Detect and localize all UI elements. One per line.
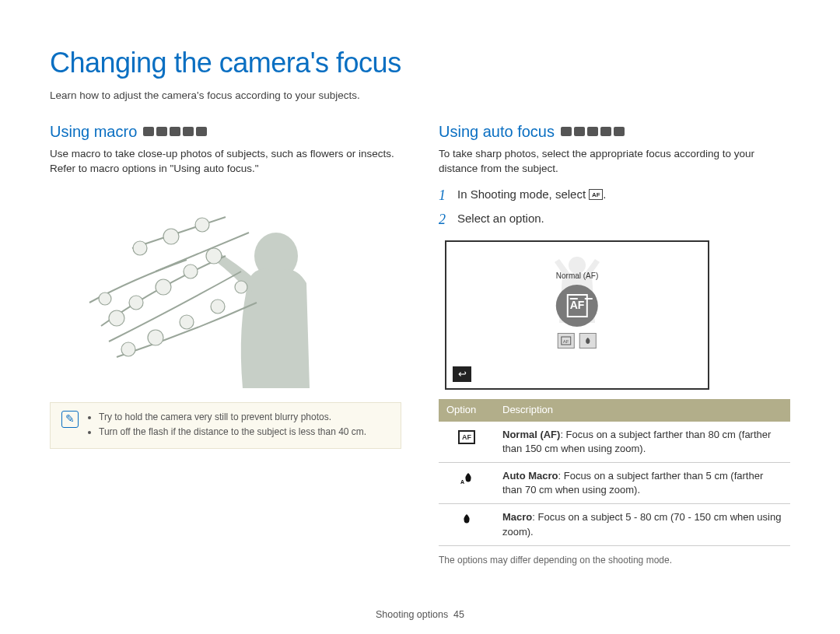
svg-point-11 (148, 330, 163, 345)
macro-mode-icons (143, 127, 207, 136)
content-columns: Using macro Use macro to take close-up p… (50, 121, 790, 566)
step-2: 2 Select an option. (439, 210, 790, 229)
footer-section: Shooting options (376, 609, 448, 620)
note-item: Try to hold the camera very still to pre… (99, 411, 366, 424)
mode-icon (183, 127, 194, 136)
page-footer: Shooting options 45 (0, 608, 840, 622)
mode-icon (196, 127, 207, 136)
camera-screen: Normal (AF) AF AF ↩ (445, 240, 709, 390)
mode-icon (614, 127, 625, 136)
af-selected-button[interactable]: AF (556, 285, 598, 327)
mode-icon (561, 127, 572, 136)
macro-illustration (62, 186, 389, 388)
option-auto-macro-button[interactable]: AF (558, 333, 575, 349)
option-name: Normal (AF) (502, 429, 560, 440)
steps-list: 1 In Shooting mode, select AF. 2 Select … (439, 186, 790, 229)
table-row: Macro: Focus on a subject 5 - 80 cm (70 … (439, 504, 790, 545)
step-1: 1 In Shooting mode, select AF. (439, 186, 790, 205)
af-icon: AF (567, 294, 588, 317)
table-row: AF Normal (AF): Focus on a subject farth… (439, 422, 790, 463)
mode-icon (156, 127, 167, 136)
svg-point-9 (99, 292, 111, 305)
left-column: Using macro Use macro to take close-up p… (50, 121, 401, 566)
svg-point-6 (133, 241, 147, 255)
back-button[interactable]: ↩ (453, 366, 471, 382)
svg-point-14 (235, 281, 247, 293)
table-header-option: Option (439, 399, 495, 421)
row-description: Macro: Focus on a subject 5 - 80 cm (70 … (495, 504, 790, 545)
af-mode-label: Normal (AF) (556, 271, 598, 282)
svg-point-8 (195, 218, 209, 232)
mode-icon (143, 127, 154, 136)
svg-point-2 (129, 296, 143, 310)
svg-point-13 (211, 299, 225, 313)
note-box: ✎ Try to hold the camera very still to p… (50, 402, 401, 449)
using-autofocus-heading-text: Using auto focus (439, 121, 555, 142)
macro-icon (457, 512, 476, 527)
autofocus-mode-icons (561, 127, 625, 136)
right-column: Using auto focus To take sharp photos, s… (439, 121, 790, 566)
normal-af-icon: AF (458, 430, 475, 444)
step-1-label: In Shooting mode, select (457, 187, 586, 201)
page-intro: Learn how to adjust the camera's focus a… (50, 89, 790, 103)
af-icon: AF (589, 189, 603, 200)
option-macro-button[interactable] (579, 333, 597, 349)
using-macro-heading: Using macro (50, 121, 401, 142)
svg-point-5 (206, 248, 222, 264)
auto-macro-icon: A (457, 471, 476, 486)
svg-text:A: A (460, 479, 464, 485)
note-item: Turn off the flash if the distance to th… (99, 426, 366, 439)
svg-point-7 (163, 229, 179, 244)
page-title: Changing the camera's focus (50, 44, 790, 82)
step-number: 2 (439, 210, 451, 229)
table-header-description: Description (495, 399, 790, 421)
mode-icon (587, 127, 598, 136)
svg-point-4 (184, 264, 198, 278)
table-row: A Auto Macro: Focus on a subject farther… (439, 463, 790, 504)
note-list: Try to hold the camera very still to pre… (86, 411, 366, 440)
row-description: Normal (AF): Focus on a subject farther … (495, 422, 790, 463)
row-description: Auto Macro: Focus on a subject farther t… (495, 463, 790, 504)
step-1-text: In Shooting mode, select AF. (457, 186, 606, 205)
note-icon: ✎ (61, 411, 79, 428)
svg-point-10 (121, 342, 135, 356)
footer-page-number: 45 (453, 609, 464, 620)
using-autofocus-heading: Using auto focus (439, 121, 790, 142)
svg-text:AF: AF (563, 339, 569, 344)
using-autofocus-body: To take sharp photos, select the appropr… (439, 147, 790, 177)
svg-point-3 (156, 279, 171, 295)
step-number: 1 (439, 186, 451, 205)
using-macro-body: Use macro to take close-up photos of sub… (50, 147, 401, 177)
mode-icon (170, 127, 180, 136)
mode-icon (600, 127, 611, 136)
option-desc: : Focus on a subject 5 - 80 cm (70 - 150… (502, 511, 781, 537)
mode-icon (574, 127, 585, 136)
step-2-text: Select an option. (457, 210, 544, 229)
svg-point-1 (109, 310, 124, 326)
option-name: Auto Macro (502, 470, 558, 482)
table-footnote: The options may differ depending on the … (439, 554, 790, 567)
option-name: Macro (502, 511, 532, 523)
focus-options-table: Option Description AF Normal (AF): Focus… (439, 399, 790, 545)
svg-point-12 (180, 315, 194, 329)
using-macro-heading-text: Using macro (50, 121, 137, 142)
